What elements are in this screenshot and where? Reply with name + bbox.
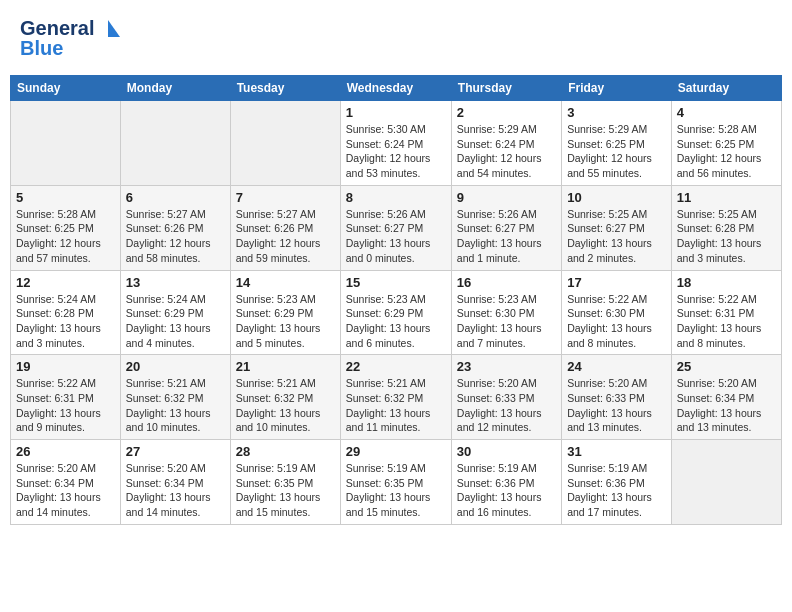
calendar-week-row: 26Sunrise: 5:20 AM Sunset: 6:34 PM Dayli… [11, 440, 782, 525]
weekday-header-wednesday: Wednesday [340, 76, 451, 101]
weekday-header-friday: Friday [562, 76, 672, 101]
calendar-day-27: 27Sunrise: 5:20 AM Sunset: 6:34 PM Dayli… [120, 440, 230, 525]
day-number: 21 [236, 359, 335, 374]
day-info: Sunrise: 5:21 AM Sunset: 6:32 PM Dayligh… [346, 376, 446, 435]
day-number: 18 [677, 275, 776, 290]
day-info: Sunrise: 5:20 AM Sunset: 6:33 PM Dayligh… [567, 376, 666, 435]
day-info: Sunrise: 5:20 AM Sunset: 6:33 PM Dayligh… [457, 376, 556, 435]
day-number: 29 [346, 444, 446, 459]
calendar-day-29: 29Sunrise: 5:19 AM Sunset: 6:35 PM Dayli… [340, 440, 451, 525]
logo-svg: General Blue [20, 15, 120, 60]
calendar-day-31: 31Sunrise: 5:19 AM Sunset: 6:36 PM Dayli… [562, 440, 672, 525]
calendar-table: SundayMondayTuesdayWednesdayThursdayFrid… [10, 75, 782, 525]
calendar-week-row: 12Sunrise: 5:24 AM Sunset: 6:28 PM Dayli… [11, 270, 782, 355]
calendar-day-4: 4Sunrise: 5:28 AM Sunset: 6:25 PM Daylig… [671, 101, 781, 186]
calendar-day-30: 30Sunrise: 5:19 AM Sunset: 6:36 PM Dayli… [451, 440, 561, 525]
day-info: Sunrise: 5:26 AM Sunset: 6:27 PM Dayligh… [346, 207, 446, 266]
day-info: Sunrise: 5:22 AM Sunset: 6:31 PM Dayligh… [677, 292, 776, 351]
day-number: 14 [236, 275, 335, 290]
page-header: General Blue [10, 10, 782, 65]
day-number: 23 [457, 359, 556, 374]
day-number: 6 [126, 190, 225, 205]
weekday-header-tuesday: Tuesday [230, 76, 340, 101]
logo: General Blue [20, 15, 120, 60]
calendar-day-8: 8Sunrise: 5:26 AM Sunset: 6:27 PM Daylig… [340, 185, 451, 270]
day-number: 11 [677, 190, 776, 205]
day-number: 5 [16, 190, 115, 205]
day-info: Sunrise: 5:23 AM Sunset: 6:29 PM Dayligh… [236, 292, 335, 351]
calendar-empty-cell [11, 101, 121, 186]
calendar-day-2: 2Sunrise: 5:29 AM Sunset: 6:24 PM Daylig… [451, 101, 561, 186]
calendar-empty-cell [671, 440, 781, 525]
calendar-week-row: 5Sunrise: 5:28 AM Sunset: 6:25 PM Daylig… [11, 185, 782, 270]
day-info: Sunrise: 5:30 AM Sunset: 6:24 PM Dayligh… [346, 122, 446, 181]
day-number: 16 [457, 275, 556, 290]
day-info: Sunrise: 5:29 AM Sunset: 6:24 PM Dayligh… [457, 122, 556, 181]
day-info: Sunrise: 5:24 AM Sunset: 6:28 PM Dayligh… [16, 292, 115, 351]
weekday-header-sunday: Sunday [11, 76, 121, 101]
day-info: Sunrise: 5:22 AM Sunset: 6:31 PM Dayligh… [16, 376, 115, 435]
day-info: Sunrise: 5:19 AM Sunset: 6:35 PM Dayligh… [236, 461, 335, 520]
day-number: 9 [457, 190, 556, 205]
day-info: Sunrise: 5:19 AM Sunset: 6:36 PM Dayligh… [457, 461, 556, 520]
calendar-day-28: 28Sunrise: 5:19 AM Sunset: 6:35 PM Dayli… [230, 440, 340, 525]
day-number: 31 [567, 444, 666, 459]
day-number: 17 [567, 275, 666, 290]
day-info: Sunrise: 5:23 AM Sunset: 6:29 PM Dayligh… [346, 292, 446, 351]
day-info: Sunrise: 5:20 AM Sunset: 6:34 PM Dayligh… [16, 461, 115, 520]
day-info: Sunrise: 5:24 AM Sunset: 6:29 PM Dayligh… [126, 292, 225, 351]
calendar-empty-cell [120, 101, 230, 186]
day-info: Sunrise: 5:19 AM Sunset: 6:35 PM Dayligh… [346, 461, 446, 520]
day-number: 25 [677, 359, 776, 374]
calendar-day-13: 13Sunrise: 5:24 AM Sunset: 6:29 PM Dayli… [120, 270, 230, 355]
day-info: Sunrise: 5:21 AM Sunset: 6:32 PM Dayligh… [126, 376, 225, 435]
calendar-day-3: 3Sunrise: 5:29 AM Sunset: 6:25 PM Daylig… [562, 101, 672, 186]
day-info: Sunrise: 5:28 AM Sunset: 6:25 PM Dayligh… [677, 122, 776, 181]
calendar-day-16: 16Sunrise: 5:23 AM Sunset: 6:30 PM Dayli… [451, 270, 561, 355]
day-info: Sunrise: 5:25 AM Sunset: 6:27 PM Dayligh… [567, 207, 666, 266]
day-info: Sunrise: 5:28 AM Sunset: 6:25 PM Dayligh… [16, 207, 115, 266]
day-info: Sunrise: 5:27 AM Sunset: 6:26 PM Dayligh… [126, 207, 225, 266]
day-number: 12 [16, 275, 115, 290]
calendar-day-10: 10Sunrise: 5:25 AM Sunset: 6:27 PM Dayli… [562, 185, 672, 270]
day-number: 26 [16, 444, 115, 459]
day-number: 4 [677, 105, 776, 120]
day-number: 19 [16, 359, 115, 374]
day-number: 2 [457, 105, 556, 120]
day-number: 27 [126, 444, 225, 459]
day-number: 24 [567, 359, 666, 374]
day-number: 1 [346, 105, 446, 120]
svg-text:General: General [20, 17, 94, 39]
day-number: 30 [457, 444, 556, 459]
calendar-day-7: 7Sunrise: 5:27 AM Sunset: 6:26 PM Daylig… [230, 185, 340, 270]
calendar-day-22: 22Sunrise: 5:21 AM Sunset: 6:32 PM Dayli… [340, 355, 451, 440]
calendar-day-11: 11Sunrise: 5:25 AM Sunset: 6:28 PM Dayli… [671, 185, 781, 270]
day-number: 13 [126, 275, 225, 290]
calendar-week-row: 19Sunrise: 5:22 AM Sunset: 6:31 PM Dayli… [11, 355, 782, 440]
day-number: 22 [346, 359, 446, 374]
calendar-day-17: 17Sunrise: 5:22 AM Sunset: 6:30 PM Dayli… [562, 270, 672, 355]
day-info: Sunrise: 5:20 AM Sunset: 6:34 PM Dayligh… [677, 376, 776, 435]
calendar-day-21: 21Sunrise: 5:21 AM Sunset: 6:32 PM Dayli… [230, 355, 340, 440]
calendar-day-9: 9Sunrise: 5:26 AM Sunset: 6:27 PM Daylig… [451, 185, 561, 270]
day-number: 8 [346, 190, 446, 205]
calendar-day-25: 25Sunrise: 5:20 AM Sunset: 6:34 PM Dayli… [671, 355, 781, 440]
calendar-day-5: 5Sunrise: 5:28 AM Sunset: 6:25 PM Daylig… [11, 185, 121, 270]
day-number: 10 [567, 190, 666, 205]
calendar-day-1: 1Sunrise: 5:30 AM Sunset: 6:24 PM Daylig… [340, 101, 451, 186]
day-info: Sunrise: 5:25 AM Sunset: 6:28 PM Dayligh… [677, 207, 776, 266]
day-number: 20 [126, 359, 225, 374]
calendar-day-6: 6Sunrise: 5:27 AM Sunset: 6:26 PM Daylig… [120, 185, 230, 270]
calendar-day-12: 12Sunrise: 5:24 AM Sunset: 6:28 PM Dayli… [11, 270, 121, 355]
weekday-header-thursday: Thursday [451, 76, 561, 101]
weekday-header-monday: Monday [120, 76, 230, 101]
weekday-header-saturday: Saturday [671, 76, 781, 101]
day-info: Sunrise: 5:20 AM Sunset: 6:34 PM Dayligh… [126, 461, 225, 520]
day-number: 3 [567, 105, 666, 120]
day-info: Sunrise: 5:19 AM Sunset: 6:36 PM Dayligh… [567, 461, 666, 520]
calendar-day-20: 20Sunrise: 5:21 AM Sunset: 6:32 PM Dayli… [120, 355, 230, 440]
calendar-day-14: 14Sunrise: 5:23 AM Sunset: 6:29 PM Dayli… [230, 270, 340, 355]
calendar-day-24: 24Sunrise: 5:20 AM Sunset: 6:33 PM Dayli… [562, 355, 672, 440]
calendar-day-18: 18Sunrise: 5:22 AM Sunset: 6:31 PM Dayli… [671, 270, 781, 355]
day-info: Sunrise: 5:22 AM Sunset: 6:30 PM Dayligh… [567, 292, 666, 351]
